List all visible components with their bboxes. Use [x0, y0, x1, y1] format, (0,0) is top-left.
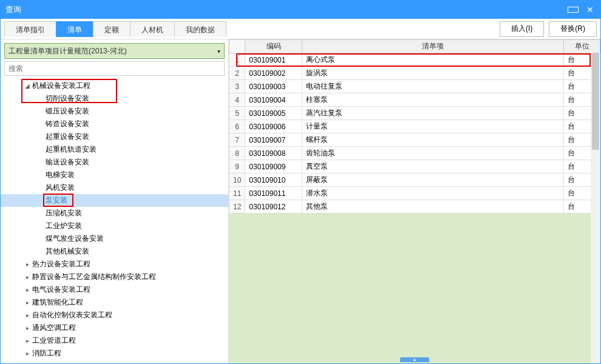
cell-code: 030109008: [245, 147, 302, 160]
cell-code: 030109001: [245, 53, 302, 67]
table-row[interactable]: 2030109002旋涡泵台: [229, 67, 600, 80]
table-row[interactable]: 8030109008齿轮油泵台: [229, 147, 600, 160]
row-number: 9: [229, 160, 245, 174]
tree-sibling[interactable]: ▸通风空调工程: [1, 322, 228, 334]
col-item[interactable]: 清单项: [302, 40, 564, 53]
expand-icon[interactable]: ▸: [24, 271, 31, 283]
row-number: 11: [229, 187, 245, 200]
panel-toggle-icon[interactable]: ▴: [400, 357, 429, 362]
tree-sibling[interactable]: ▸静置设备与工艺金属结构制作安装工程: [1, 271, 228, 283]
tab-rencaiji[interactable]: 人材机: [130, 21, 175, 37]
cell-code: 030109003: [245, 80, 302, 93]
table-row[interactable]: 7030109007螺杆泵台: [229, 133, 600, 147]
table-row[interactable]: 6030109006计量泵台: [229, 120, 600, 133]
grid-area: 编码 清单项 单位 1030109001离心式泵台2030109002旋涡泵台3…: [229, 39, 600, 214]
cell-code: 030109004: [245, 93, 302, 107]
expand-icon[interactable]: ◢: [24, 79, 31, 92]
tree-root[interactable]: ◢ 机械设备安装工程: [1, 79, 228, 92]
cell-code: 030109010: [245, 174, 302, 187]
tab-guide[interactable]: 清单指引: [4, 21, 56, 37]
category-tree: ◢ 机械设备安装工程 切削设备安装 锻压设备安装 铸造设备安装 起重设备安装 起…: [1, 78, 228, 363]
table-row[interactable]: 9030109009真空泵台: [229, 160, 600, 174]
expand-icon[interactable]: ▸: [24, 347, 31, 360]
table-row[interactable]: 4030109004柱塞泵台: [229, 93, 600, 107]
expand-icon[interactable]: ▸: [24, 309, 31, 322]
tab-quota[interactable]: 定额: [93, 21, 131, 37]
combo-label: 工程量清单项目计量规范(2013-河北): [8, 46, 127, 56]
table-row[interactable]: 3030109003电动往复泵台: [229, 80, 600, 93]
tree-leaf[interactable]: 起重机轨道安装: [1, 143, 228, 156]
cell-item: 真空泵: [302, 160, 564, 174]
tree-sibling[interactable]: ▸工业管道工程: [1, 334, 228, 347]
table-row[interactable]: 1030109001离心式泵台: [229, 53, 600, 67]
query-window: 查询 ✕ 清单指引 清单 定额 人材机 我的数据 插入(I) 替换(R) 工程量…: [0, 0, 601, 364]
cell-item: 潜水泵: [302, 187, 564, 200]
toolbar: 清单指引 清单 定额 人材机 我的数据 插入(I) 替换(R): [1, 19, 600, 39]
tab-mydata[interactable]: 我的数据: [174, 21, 226, 37]
row-number: 6: [229, 120, 245, 133]
header-row: 编码 清单项 单位: [229, 40, 600, 53]
tree-leaf[interactable]: 压缩机安装: [1, 207, 228, 220]
row-number: 7: [229, 133, 245, 147]
right-panel: 编码 清单项 单位 1030109001离心式泵台2030109002旋涡泵台3…: [229, 39, 600, 363]
insert-button[interactable]: 插入(I): [500, 21, 544, 37]
tree-leaf[interactable]: 起重设备安装: [1, 130, 228, 143]
cell-code: 030109007: [245, 133, 302, 147]
col-unit[interactable]: 单位: [564, 40, 600, 53]
expand-icon[interactable]: ▸: [24, 283, 31, 296]
tree-leaf[interactable]: 电梯安装: [1, 169, 228, 181]
cell-code: 030109005: [245, 107, 302, 120]
expand-icon[interactable]: ▸: [24, 322, 31, 334]
cell-code: 030109006: [245, 120, 302, 133]
tree-sibling[interactable]: ▸消防工程: [1, 347, 228, 360]
table-row[interactable]: 12030109012其他泵台: [229, 200, 600, 214]
left-panel: 工程量清单项目计量规范(2013-河北) ▾ ◢ 机械设备安装工程 切削设备安装…: [1, 39, 229, 363]
tree-leaf[interactable]: 其他机械安装: [1, 245, 228, 258]
tree-leaf[interactable]: 风机安装: [1, 181, 228, 194]
table-row[interactable]: 10030109010屏蔽泵台: [229, 174, 600, 187]
tree-leaf[interactable]: 输送设备安装: [1, 156, 228, 169]
tree-leaf[interactable]: 工业炉安装: [1, 220, 228, 232]
cell-item: 旋涡泵: [302, 67, 564, 80]
cell-item: 柱塞泵: [302, 93, 564, 107]
expand-icon[interactable]: ▸: [24, 258, 31, 271]
tree-sibling[interactable]: ▸建筑智能化工程: [1, 296, 228, 309]
col-code[interactable]: 编码: [245, 40, 302, 53]
cell-code: 030109009: [245, 160, 302, 174]
row-number: 2: [229, 67, 245, 80]
row-number: 8: [229, 147, 245, 160]
tree-leaf[interactable]: 锻压设备安装: [1, 105, 228, 118]
replace-button[interactable]: 替换(R): [549, 21, 597, 37]
results-table: 编码 清单项 单位 1030109001离心式泵台2030109002旋涡泵台3…: [229, 39, 600, 214]
col-rownum: [229, 40, 245, 53]
cell-item: 其他泵: [302, 200, 564, 214]
window-controls: ✕: [568, 5, 596, 15]
titlebar: 查询 ✕: [1, 1, 600, 19]
tree-leaf-selected[interactable]: 泵安装: [1, 194, 228, 207]
tree-leaf[interactable]: 铸造设备安装: [1, 118, 228, 130]
row-number: 1: [229, 53, 245, 67]
tree-leaf[interactable]: 煤气发生设备安装: [1, 232, 228, 245]
search-input[interactable]: [4, 61, 225, 76]
cell-item: 计量泵: [302, 120, 564, 133]
spec-combo[interactable]: 工程量清单项目计量规范(2013-河北) ▾: [4, 43, 225, 59]
row-number: 5: [229, 107, 245, 120]
cell-item: 离心式泵: [302, 53, 564, 67]
maximize-icon[interactable]: [568, 5, 579, 15]
expand-icon[interactable]: ▸: [24, 334, 31, 347]
tree-sibling[interactable]: ▸电气设备安装工程: [1, 283, 228, 296]
expand-icon[interactable]: ▸: [24, 296, 31, 309]
row-number: 3: [229, 80, 245, 93]
close-icon[interactable]: ✕: [585, 5, 596, 15]
table-row[interactable]: 5030109005蒸汽往复泵台: [229, 107, 600, 120]
tree-sibling[interactable]: ▸自动化控制仪表安装工程: [1, 309, 228, 322]
table-row[interactable]: 11030109011潜水泵台: [229, 187, 600, 200]
scrollbar-thumb[interactable]: [592, 53, 599, 150]
tree-leaf[interactable]: 切削设备安装: [1, 92, 228, 105]
tab-list[interactable]: 清单: [56, 21, 93, 37]
tab-strip: 清单指引 清单 定额 人材机 我的数据: [4, 21, 226, 37]
row-number: 12: [229, 200, 245, 214]
cell-item: 齿轮油泵: [302, 147, 564, 160]
scrollbar[interactable]: [591, 53, 600, 363]
tree-sibling[interactable]: ▸热力设备安装工程: [1, 258, 228, 271]
